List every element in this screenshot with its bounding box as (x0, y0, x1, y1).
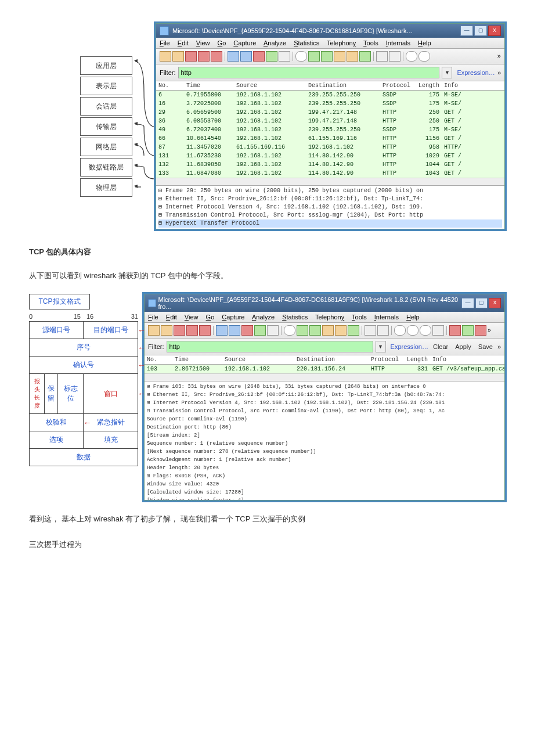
top-icon[interactable] (359, 51, 371, 62)
menu-view[interactable]: View (196, 39, 210, 46)
find-icon[interactable] (284, 325, 295, 336)
packet-row[interactable]: 6610.6614540192.168.1.10261.155.169.116H… (156, 134, 504, 143)
detail-line[interactable]: Sequence number: 1 (relative sequence nu… (147, 440, 502, 448)
toolbar-icon[interactable] (186, 325, 198, 336)
detail-line[interactable]: ⊞ Internet Protocol Version 4, Src: 192.… (147, 399, 502, 407)
scrollbar[interactable] (156, 178, 504, 185)
packet-row[interactable]: 296.05659500192.168.1.102199.47.217.148H… (156, 108, 504, 117)
zoom-out-icon[interactable] (407, 325, 418, 336)
menu-statistics[interactable]: Statistics (282, 314, 308, 321)
col-protocol[interactable]: Protocol (369, 357, 402, 363)
menu-file[interactable]: File (148, 314, 158, 321)
toolbar-icon[interactable] (377, 325, 389, 336)
packet-row[interactable]: 496.72037400192.168.1.102239.255.255.250… (156, 125, 504, 134)
packet-row[interactable]: 8711.345702061.155.169.116192.168.1.102H… (156, 143, 504, 152)
toolbar-icon[interactable] (160, 51, 171, 62)
back-icon[interactable] (297, 325, 308, 336)
zoom-reset-icon[interactable] (420, 325, 431, 336)
print-icon[interactable] (267, 325, 279, 336)
close-file-icon[interactable] (253, 51, 265, 62)
minimize-button[interactable]: — (461, 298, 474, 308)
save-button[interactable]: Save (478, 343, 493, 350)
menu-analyze[interactable]: Analyze (252, 314, 275, 321)
back-icon[interactable] (308, 51, 320, 62)
detail-line[interactable]: ⊞ Frame 29: 250 bytes on wire (2000 bits… (158, 187, 502, 195)
goto-icon[interactable] (347, 51, 358, 62)
col-no[interactable]: No. (156, 82, 184, 89)
toolbar-icon[interactable] (172, 51, 184, 62)
menu-help[interactable]: Help (418, 39, 431, 46)
packet-row[interactable]: 60.71955800192.168.1.102239.255.255.250S… (156, 91, 504, 99)
menu-internals[interactable]: Internals (374, 314, 399, 321)
detail-line[interactable]: ⊟ Transmission Control Protocol, Src Por… (147, 407, 502, 415)
close-file-icon[interactable] (241, 325, 253, 336)
detail-line[interactable]: ⊞ Internet Protocol Version 4, Src: 192.… (158, 203, 502, 211)
zoom-out-icon[interactable] (418, 51, 430, 62)
menu-telephony[interactable]: Telephony (315, 314, 344, 321)
toolbar-icon[interactable] (161, 325, 172, 336)
menu-go[interactable]: Go (218, 39, 226, 46)
packet-details[interactable]: ⊞ Frame 103: 331 bytes on wire (2648 bit… (145, 381, 504, 500)
filter-input[interactable] (167, 341, 373, 352)
resize-icon[interactable] (432, 325, 444, 336)
reload-icon[interactable] (266, 51, 277, 62)
toolbar-icon[interactable] (185, 51, 197, 62)
chevron-icon[interactable]: » (497, 343, 501, 350)
col-time[interactable]: Time (172, 357, 222, 363)
maximize-button[interactable]: ▢ (475, 298, 488, 308)
col-length[interactable]: Length (402, 357, 430, 363)
menu-help[interactable]: Help (406, 314, 420, 321)
col-info[interactable]: Info (430, 357, 504, 363)
detail-line[interactable]: ⊞ Frame 103: 331 bytes on wire (2648 bit… (147, 383, 502, 391)
menu-tools[interactable]: Tools (363, 39, 378, 46)
menu-view[interactable]: View (185, 314, 199, 321)
goto-icon[interactable] (335, 325, 347, 336)
forward-icon[interactable] (321, 51, 333, 62)
chevron-icon[interactable]: » (497, 53, 501, 60)
maximize-button[interactable]: ▢ (474, 26, 487, 36)
zoom-in-icon[interactable] (406, 51, 417, 62)
scrollbar[interactable] (145, 373, 504, 381)
detail-line[interactable]: [Next sequence number: 278 (relative seq… (147, 448, 502, 456)
packet-row[interactable]: 13311.6847080192.168.1.102114.80.142.90H… (156, 169, 504, 178)
packet-list[interactable]: 103 2.86721500 192.168.1.102 220.181.156… (145, 365, 504, 373)
toolbar-icon[interactable] (449, 325, 461, 336)
col-protocol[interactable]: Protocol (380, 82, 414, 89)
toolbar-icon[interactable] (389, 51, 400, 62)
detail-line[interactable]: Acknowledgment number: 1 (relative ack n… (147, 456, 502, 464)
detail-line[interactable]: [Window size scaling factor: 4] (147, 496, 502, 500)
toolbar-icon[interactable] (462, 325, 474, 336)
save-icon[interactable] (229, 325, 240, 336)
menu-file[interactable]: File (160, 39, 170, 46)
toolbar-icon[interactable] (148, 325, 160, 336)
packet-details[interactable]: ⊞ Frame 29: 250 bytes on wire (2000 bits… (156, 185, 504, 229)
toolbar-icon[interactable] (211, 51, 222, 62)
detail-line[interactable]: ⊞ Flags: 0x018 (PSH, ACK) (147, 472, 502, 480)
packet-list-header[interactable]: No. Time Source Destination Protocol Len… (145, 355, 504, 365)
detail-line[interactable]: Header length: 20 bytes (147, 464, 502, 472)
filter-dropdown-icon[interactable]: ▼ (376, 341, 386, 352)
menu-internals[interactable]: Internals (386, 39, 410, 46)
toolbar-icon[interactable] (174, 325, 185, 336)
packet-list-header[interactable]: No. Time Source Destination Protocol Len… (156, 81, 504, 91)
col-length[interactable]: Length (414, 82, 442, 89)
menu-telephony[interactable]: Telephony (327, 39, 356, 46)
menu-bar[interactable]: File Edit View Go Capture Analyze Statis… (145, 312, 504, 323)
top-icon[interactable] (348, 325, 359, 336)
packet-list[interactable]: 60.71955800192.168.1.102239.255.255.250S… (156, 91, 504, 178)
packet-row[interactable]: 103 2.86721500 192.168.1.102 220.181.156… (145, 365, 504, 373)
open-icon[interactable] (228, 51, 239, 62)
close-button[interactable]: X (489, 298, 501, 308)
packet-row[interactable]: 163.72025000192.168.1.102239.255.255.250… (156, 99, 504, 108)
packet-row[interactable]: 366.08553700192.168.1.102199.47.217.148H… (156, 117, 504, 125)
col-source[interactable]: Source (222, 357, 294, 363)
minimize-button[interactable]: — (460, 26, 473, 36)
col-destination[interactable]: Destination (306, 82, 380, 89)
detail-line[interactable]: ⊞ Ethernet II, Src: Prodrive_26:12:bf (0… (158, 195, 502, 203)
detail-line[interactable]: [Calculated window size: 17280] (147, 488, 502, 496)
menu-capture[interactable]: Capture (233, 39, 256, 46)
detail-line[interactable]: ⊞ Transmission Control Protocol, Src Por… (158, 211, 502, 219)
chevron-icon[interactable]: » (488, 327, 491, 334)
apply-button[interactable]: Apply (455, 343, 471, 350)
toolbar-icon[interactable] (199, 325, 211, 336)
